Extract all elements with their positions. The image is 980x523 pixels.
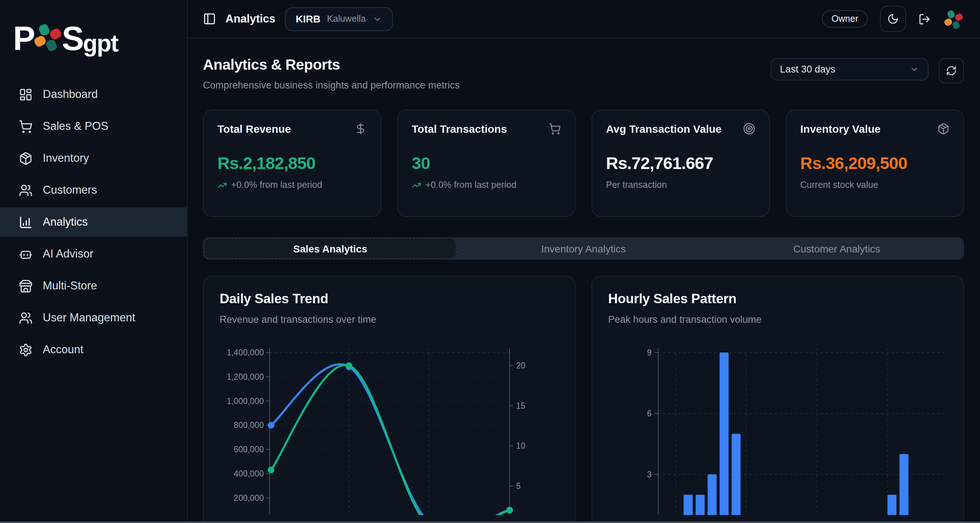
sidebar: P S gpt DashboardSales & POSInventoryCus…: [0, 0, 188, 523]
chart-subtitle: Revenue and transactions over time: [220, 314, 559, 325]
logout-button[interactable]: [918, 13, 931, 25]
hour-bar: [684, 495, 693, 515]
stat-title: Inventory Value: [800, 123, 881, 135]
hour-bar: [732, 434, 741, 515]
stat-subtext: +0.0% from last period: [412, 180, 561, 190]
chart-subtitle: Peak hours and transaction volume: [608, 314, 947, 325]
chevron-down-icon: [372, 14, 382, 24]
hour-bar: [695, 495, 705, 515]
brand-suffix: gpt: [83, 30, 118, 57]
tab-sales-analytics[interactable]: Sales Analytics: [204, 238, 457, 259]
hour-bar: [888, 495, 897, 515]
transactions-line: [271, 365, 509, 515]
stat-subtext: Current stock value: [800, 180, 950, 190]
brand-letter-p: P: [13, 19, 34, 58]
role-badge: Owner: [822, 10, 868, 27]
stat-value: Rs.72,761.667: [606, 154, 755, 173]
sidebar-item-label: Inventory: [43, 151, 89, 165]
left-axis-label: 200,000: [234, 493, 264, 503]
sidebar-item-label: Multi-Store: [43, 279, 97, 292]
package-icon: [19, 151, 33, 165]
tab-customer-analytics[interactable]: Customer Analytics: [710, 238, 963, 259]
sidebar-nav: DashboardSales & POSInventoryCustomersAn…: [0, 80, 187, 364]
transactions-point: [506, 507, 513, 513]
stat-value: 30: [412, 154, 561, 173]
stat-title: Avg Transaction Value: [606, 123, 722, 135]
stat-subtext: +0.0% from last period: [218, 180, 367, 190]
left-axis-label: 1,200,000: [227, 372, 264, 381]
settings-icon: [19, 343, 33, 357]
right-axis-label: 5: [516, 481, 521, 491]
sidebar-item-user-management[interactable]: User Management: [0, 303, 187, 332]
store-icon: [19, 279, 33, 293]
brand-letter-s: S: [62, 19, 83, 58]
shopping-cart-icon: [19, 119, 33, 133]
stat-cards: Total RevenueRs.2,182,850+0.0% from last…: [203, 110, 964, 217]
left-axis-label: 800,000: [234, 420, 264, 430]
brand-logo: P S gpt: [13, 16, 187, 61]
daily-sales-chart: 1,400,0001,200,0001,000,000800,000600,00…: [220, 342, 560, 515]
sidebar-item-label: AI Advisor: [43, 247, 94, 260]
hour-bar: [900, 454, 908, 515]
avatar[interactable]: [943, 8, 964, 29]
transactions-point: [268, 467, 274, 473]
revenue-line: [271, 364, 509, 515]
package-icon: [937, 123, 950, 135]
analytics-tabs: Sales AnalyticsInventory AnalyticsCustom…: [203, 237, 964, 260]
stat-subtext: Per transaction: [606, 180, 755, 190]
page-header: Analytics & Reports Comprehensive busine…: [203, 56, 964, 91]
date-range-value: Last 30 days: [780, 64, 835, 75]
sidebar-item-multi-store[interactable]: Multi-Store: [0, 271, 187, 300]
sidebar-item-account[interactable]: Account: [0, 335, 187, 364]
right-axis-label: 10: [516, 441, 525, 450]
stat-card-total-transactions: Total Transactions30+0.0% from last peri…: [397, 110, 576, 217]
chart-cards: Daily Sales Trend Revenue and transactio…: [203, 276, 964, 523]
sidebar-toggle-button[interactable]: [203, 12, 216, 26]
revenue-point: [268, 422, 274, 428]
dollar-sign-icon: [355, 123, 367, 135]
transactions-point: [346, 362, 352, 369]
brand-pinwheel-icon: [34, 22, 62, 55]
sidebar-item-inventory[interactable]: Inventory: [0, 144, 187, 173]
topbar: Analytics KIRB Kaluwella Owner: [187, 0, 980, 38]
page-header-controls: Last 30 days: [770, 58, 964, 83]
sidebar-item-label: Sales & POS: [43, 120, 108, 133]
theme-toggle-button[interactable]: [880, 6, 906, 32]
hourly-sales-card: Hourly Sales Pattern Peak hours and tran…: [592, 276, 964, 523]
stat-value: Rs.36,209,500: [800, 154, 950, 173]
users-icon: [19, 183, 33, 197]
left-axis-label: 1,000,000: [227, 396, 264, 406]
stat-title: Total Revenue: [218, 123, 291, 135]
hourly-sales-chart: 963: [608, 342, 948, 515]
chart-title: Hourly Sales Pattern: [608, 291, 947, 307]
page-title: Analytics & Reports: [203, 56, 460, 73]
sidebar-item-dashboard[interactable]: Dashboard: [0, 80, 187, 109]
shopping-cart-icon: [549, 123, 561, 135]
sidebar-item-label: User Management: [43, 311, 135, 324]
main-content: Analytics & Reports Comprehensive busine…: [187, 38, 980, 523]
tab-inventory-analytics[interactable]: Inventory Analytics: [457, 238, 710, 259]
date-range-select[interactable]: Last 30 days: [770, 58, 929, 81]
bot-icon: [19, 247, 33, 261]
app-window: P S gpt DashboardSales & POSInventoryCus…: [0, 0, 980, 523]
store-name: Kaluwella: [327, 14, 366, 24]
page-header-text: Analytics & Reports Comprehensive busine…: [203, 56, 460, 91]
stat-card-avg-transaction-value: Avg Transaction ValueRs.72,761.667Per tr…: [592, 110, 770, 217]
sidebar-item-ai-advisor[interactable]: AI Advisor: [0, 239, 187, 268]
trending-up-icon: [218, 180, 227, 190]
layout-dashboard-icon: [19, 88, 33, 101]
sidebar-item-label: Analytics: [43, 215, 88, 228]
sidebar-item-customers[interactable]: Customers: [0, 175, 187, 204]
topbar-title: Analytics: [226, 12, 275, 26]
window-bottom-edge: [0, 521, 980, 523]
left-axis-label: 600,000: [234, 445, 264, 454]
sidebar-item-analytics[interactable]: Analytics: [0, 207, 187, 236]
chevron-down-icon: [910, 65, 919, 74]
stat-card-total-revenue: Total RevenueRs.2,182,850+0.0% from last…: [203, 110, 381, 217]
topbar-actions: Owner: [822, 6, 964, 32]
users-icon: [19, 311, 33, 325]
store-selector[interactable]: KIRB Kaluwella: [285, 7, 393, 31]
refresh-button[interactable]: [939, 58, 964, 83]
trending-up-icon: [412, 180, 421, 190]
sidebar-item-sales-pos[interactable]: Sales & POS: [0, 112, 187, 141]
